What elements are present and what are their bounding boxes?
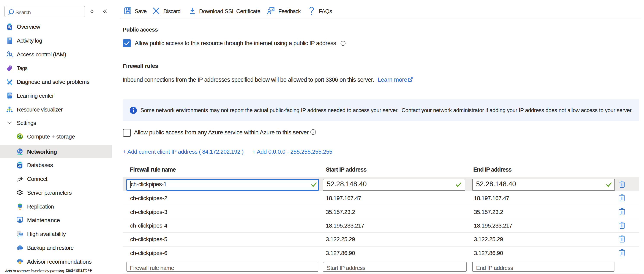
svg-text:101: 101 — [9, 94, 12, 96]
svg-text:My: My — [8, 26, 12, 29]
svg-text:$: $ — [19, 135, 20, 138]
svg-text:DB: DB — [18, 165, 21, 167]
